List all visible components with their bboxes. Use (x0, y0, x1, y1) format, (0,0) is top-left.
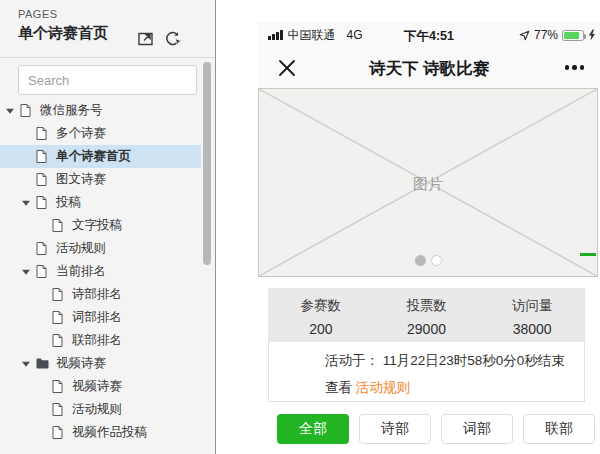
page-icon (52, 288, 65, 301)
page-icon (52, 426, 65, 439)
tree-item-multi-contest[interactable]: 多个诗赛 (0, 122, 201, 145)
tree-item-activity-rules[interactable]: 活动规则 (0, 237, 201, 260)
stats-grid: 参赛数 200 投票数 29000 访问量 38000 (268, 288, 585, 342)
charging-bolt-icon (588, 29, 596, 41)
activity-endtime-label: 11月22日23时58秒0分0秒结束 (383, 353, 565, 368)
tree-item-video-submission[interactable]: 视频作品投稿 (0, 421, 201, 444)
folder-icon (36, 358, 49, 369)
page-icon (52, 403, 65, 416)
page-icon (52, 219, 65, 232)
page-icon (52, 311, 65, 324)
tree-item-label: 视频诗赛 (72, 378, 122, 395)
more-options-icon[interactable] (565, 65, 585, 70)
header-divider (0, 57, 215, 58)
phone-status-bar: 中国联通 4G 下午4:51 77% (258, 22, 600, 48)
tree-folder-video-contest[interactable]: 视频诗赛 (0, 352, 201, 375)
carousel-dot-inactive[interactable] (431, 255, 442, 266)
tree-item-video-rules[interactable]: 活动规则 (0, 398, 201, 421)
pages-label: PAGES (18, 8, 58, 20)
tree-item-single-contest-home[interactable]: 单个诗赛首页 (0, 145, 201, 168)
battery-icon (562, 30, 584, 41)
tree-item-label: 词部排名 (72, 309, 122, 326)
chevron-down-icon[interactable] (22, 200, 36, 206)
page-icon (36, 265, 49, 278)
tree-item-wechat-service[interactable]: 微信服务号 (0, 99, 201, 122)
green-indicator-line (580, 253, 596, 256)
export-icon[interactable] (136, 30, 156, 48)
tree-item-label: 视频作品投稿 (72, 424, 147, 441)
activity-info-box: 活动于： 11月22日23时58秒0分0秒结束 查看 活动规则 (268, 342, 585, 402)
page-icon (36, 127, 49, 140)
tree-item-video-contest[interactable]: 视频诗赛 (0, 375, 201, 398)
tree-item-label: 诗部排名 (72, 286, 122, 303)
page-icon (36, 150, 49, 163)
filter-lian-button[interactable]: 联部 (523, 414, 595, 444)
battery-percent-label: 77% (534, 28, 558, 42)
view-label: 查看 (325, 380, 352, 395)
panel-scrollbar[interactable] (203, 62, 211, 265)
tree-item-label: 视频诗赛 (56, 355, 106, 372)
filter-ci-button[interactable]: 词部 (441, 414, 513, 444)
page-icon (36, 196, 49, 209)
stat-visits: 访问量 38000 (479, 288, 585, 342)
page-icon (52, 334, 65, 347)
tree-item-label: 图文诗赛 (56, 171, 106, 188)
stat-label: 访问量 (479, 297, 585, 315)
tree-item-label: 当前排名 (56, 263, 106, 280)
phone-nav-bar: 诗天下 诗歌比赛 (258, 48, 600, 88)
page-icon (20, 104, 33, 117)
stat-value: 38000 (479, 321, 585, 337)
filter-shi-button[interactable]: 诗部 (359, 414, 431, 444)
tree-item-label: 多个诗赛 (56, 125, 106, 142)
stat-label: 投票数 (374, 297, 480, 315)
carousel-dot-active[interactable] (415, 255, 426, 266)
pages-tree: 微信服务号 多个诗赛 单个诗赛首页 图文诗赛 投稿 文字投稿 (0, 99, 201, 444)
category-filter-bar: 全部 诗部 词部 联部 (277, 414, 595, 444)
page-title: 单个诗赛首页 (18, 24, 108, 43)
refresh-icon[interactable] (163, 30, 183, 48)
tree-item-label: 投稿 (56, 194, 81, 211)
page-icon (36, 173, 49, 186)
activity-rules-link[interactable]: 活动规则 (356, 380, 410, 395)
tree-item-label: 单个诗赛首页 (56, 148, 131, 165)
chevron-down-icon[interactable] (22, 361, 36, 367)
stat-value: 29000 (374, 321, 480, 337)
banner-image-placeholder[interactable]: 图片 (258, 88, 598, 277)
tree-item-label: 联部排名 (72, 332, 122, 349)
stat-label: 参赛数 (268, 297, 374, 315)
location-arrow-icon (519, 30, 530, 41)
tree-item-ci-ranking[interactable]: 词部排名 (0, 306, 201, 329)
chevron-down-icon[interactable] (6, 108, 20, 114)
carousel-dots[interactable] (259, 255, 597, 266)
tree-item-label: 文字投稿 (72, 217, 122, 234)
filter-all-button[interactable]: 全部 (277, 414, 349, 444)
page-header-title: 诗天下 诗歌比赛 (258, 58, 600, 80)
chevron-down-icon[interactable] (22, 269, 36, 275)
tree-item-current-ranking[interactable]: 当前排名 (0, 260, 201, 283)
tree-item-pic-text-contest[interactable]: 图文诗赛 (0, 168, 201, 191)
contest-stats-card: 参赛数 200 投票数 29000 访问量 38000 活动于： 11月22日2… (268, 288, 585, 402)
tree-item-text-submission[interactable]: 文字投稿 (0, 214, 201, 237)
image-placeholder-label: 图片 (259, 175, 597, 194)
page-icon (36, 242, 49, 255)
page-icon (52, 380, 65, 393)
search-input[interactable] (18, 65, 197, 95)
tree-item-label: 微信服务号 (40, 102, 103, 119)
tree-item-lian-ranking[interactable]: 联部排名 (0, 329, 201, 352)
pages-panel: PAGES 单个诗赛首页 微信服务号 多个诗赛 单个诗赛首页 (0, 0, 216, 454)
tree-item-shi-ranking[interactable]: 诗部排名 (0, 283, 201, 306)
tree-item-label: 活动规则 (72, 401, 122, 418)
stat-participants: 参赛数 200 (268, 288, 374, 342)
tree-item-label: 活动规则 (56, 240, 106, 257)
activity-prefix-label: 活动于： (325, 353, 379, 368)
stat-votes: 投票数 29000 (374, 288, 480, 342)
tree-item-submission[interactable]: 投稿 (0, 191, 201, 214)
stat-value: 200 (268, 321, 374, 337)
